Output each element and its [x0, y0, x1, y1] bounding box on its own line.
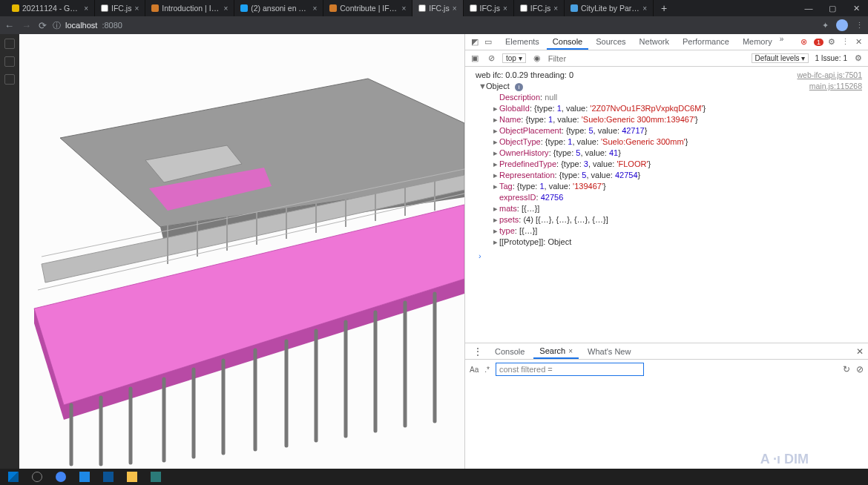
devtools-tab-console[interactable]: Console	[547, 35, 588, 50]
expand-icon[interactable]: ▸	[492, 203, 499, 214]
browser-tab[interactable]: 20211124 - Google S×	[6, 0, 95, 16]
expand-icon[interactable]: ▸	[492, 136, 499, 148]
clear-console-icon[interactable]: ⊘	[486, 53, 496, 64]
windows-taskbar	[0, 469, 868, 485]
close-icon[interactable]: ×	[312, 4, 317, 13]
kebab-menu-icon[interactable]: ⋮	[840, 37, 850, 47]
activity-icon[interactable]	[4, 39, 15, 49]
drawer-tab-search[interactable]: Search×	[533, 344, 579, 359]
site-info-icon[interactable]: ⓘ	[53, 20, 61, 31]
expand-icon[interactable]: ▸	[492, 225, 499, 237]
close-icon[interactable]: ×	[453, 4, 457, 13]
window-maximize-icon[interactable]: ▢	[821, 0, 844, 16]
new-tab-button[interactable]: +	[654, 2, 674, 14]
execution-context-select[interactable]: top ▾	[502, 53, 526, 63]
eye-icon[interactable]: ◉	[532, 53, 542, 64]
settings-gear-icon[interactable]: ⚙	[853, 53, 864, 64]
disclosure-triangle-icon[interactable]: ▼	[479, 81, 486, 92]
browser-tab[interactable]: Contribute | IFC.js×	[323, 0, 412, 16]
window-close-icon[interactable]: ✕	[844, 0, 868, 16]
drawer-tab-console[interactable]: Console	[489, 345, 530, 358]
browser-tab[interactable]: IFC.js×	[464, 0, 514, 16]
devtools-panel: ◩ ▭ Elements Console Sources Network Per…	[464, 34, 868, 469]
activity-icon[interactable]	[4, 74, 15, 85]
source-link[interactable]: web-ifc-api.js:7501	[797, 70, 862, 81]
nav-forward-icon[interactable]: →	[22, 20, 31, 31]
devtools-tab-network[interactable]: Network	[634, 35, 675, 50]
expand-icon[interactable]: ▸	[492, 237, 499, 248]
devtools-close-icon[interactable]: ✕	[853, 37, 864, 47]
close-icon[interactable]: ×	[401, 4, 406, 13]
more-tabs-icon[interactable]: »	[780, 35, 784, 50]
browser-tab[interactable]: IFC.js×	[95, 0, 145, 16]
close-icon[interactable]: ×	[553, 4, 558, 13]
console-toolbar: ▣ ⊘ top ▾ ◉ Default levels ▾ 1 Issue: 1 …	[465, 50, 868, 67]
profile-avatar-icon[interactable]	[836, 19, 848, 31]
match-case-icon[interactable]: Aa	[470, 366, 479, 374]
console-output[interactable]: web ifc: 0.0.29 threading: 0 web-ifc-api…	[465, 67, 868, 343]
close-icon[interactable]: ×	[223, 4, 228, 13]
browser-tab[interactable]: IFC.js×	[514, 0, 565, 16]
expand-icon[interactable]: ▸	[492, 159, 499, 170]
address-bar[interactable]: ⓘ localhost:8080	[53, 20, 122, 31]
devtools-tab-sources[interactable]: Sources	[590, 35, 631, 50]
refresh-icon[interactable]: ↻	[843, 364, 850, 375]
log-levels-select[interactable]: Default levels ▾	[752, 53, 809, 63]
activity-icon[interactable]	[4, 56, 15, 67]
info-icon[interactable]: i	[515, 83, 523, 91]
taskbar-search-icon[interactable]	[27, 470, 47, 484]
nav-reload-icon[interactable]: ⟳	[39, 20, 47, 31]
devtools-tab-elements[interactable]: Elements	[499, 35, 545, 50]
devtools-tab-memory[interactable]: Memory	[737, 35, 778, 50]
console-sidebar-toggle-icon[interactable]: ▣	[470, 53, 480, 64]
drawer-tab-whatsnew[interactable]: What's New	[582, 345, 637, 358]
devtools-tab-performance[interactable]: Performance	[677, 35, 735, 50]
drawer-close-icon[interactable]: ✕	[856, 346, 864, 357]
expand-icon[interactable]: ▸	[492, 181, 499, 192]
taskbar-app-icon[interactable]	[98, 470, 119, 484]
expand-icon[interactable]: ▸	[492, 114, 499, 125]
taskbar-app-icon[interactable]	[145, 470, 166, 484]
start-button[interactable]	[3, 470, 24, 484]
browser-tab-strip: 20211124 - Google S× IFC.js× Introductio…	[0, 0, 868, 16]
close-icon[interactable]: ×	[568, 347, 573, 355]
expand-icon[interactable]: ▸	[492, 148, 499, 159]
settings-gear-icon[interactable]: ⚙	[826, 37, 837, 47]
watermark-text: A ·ı DIM	[760, 452, 809, 467]
browser-tab[interactable]: Introduction | IFC.js×	[145, 0, 234, 16]
browser-tab-active[interactable]: IFC.js×	[412, 0, 463, 16]
console-prompt-icon[interactable]: ›	[479, 251, 481, 262]
ifc-3d-viewport[interactable]	[19, 34, 464, 469]
drawer-menu-icon[interactable]: ⋮	[470, 346, 486, 357]
console-object[interactable]: ▼Object i	[479, 81, 809, 92]
url-port: :8080	[102, 21, 122, 30]
close-icon[interactable]: ×	[503, 4, 507, 13]
console-filter-input[interactable]	[548, 54, 746, 63]
close-icon[interactable]: ×	[84, 4, 88, 13]
search-input[interactable]	[496, 363, 644, 376]
object-properties: Description: null ▸GlobalId: {type: 1, v…	[492, 92, 862, 248]
close-icon[interactable]: ×	[134, 4, 139, 13]
device-toggle-icon[interactable]: ▭	[483, 37, 493, 47]
window-minimize-icon[interactable]: —	[797, 0, 821, 16]
taskbar-app-icon[interactable]	[122, 470, 142, 484]
taskbar-app-icon[interactable]	[74, 470, 95, 484]
source-link[interactable]: main.js:115268	[809, 81, 862, 92]
expand-icon[interactable]: ▸	[492, 214, 499, 225]
browser-tab[interactable]: (2) ansoni en Twitter×	[234, 0, 323, 16]
expand-icon[interactable]: ▸	[492, 103, 499, 114]
inspect-element-icon[interactable]: ◩	[470, 37, 480, 47]
console-log-line: web ifc: 0.0.29 threading: 0	[476, 70, 797, 81]
kebab-menu-icon[interactable]: ⋮	[855, 21, 864, 30]
regex-icon[interactable]: .*	[484, 366, 490, 374]
taskbar-app-icon[interactable]	[50, 470, 71, 484]
clear-icon[interactable]: ⊘	[856, 364, 864, 375]
error-indicator-icon[interactable]: ⊗	[799, 37, 809, 47]
browser-tab[interactable]: CityLite by Parametric×	[565, 0, 654, 16]
extension-icon[interactable]: ✦	[822, 21, 829, 30]
expand-icon[interactable]: ▸	[492, 170, 499, 181]
close-icon[interactable]: ×	[642, 4, 647, 13]
issues-indicator[interactable]: 1 Issue: 1	[815, 54, 847, 62]
expand-icon[interactable]: ▸	[492, 125, 499, 136]
nav-back-icon[interactable]: ←	[4, 20, 14, 31]
